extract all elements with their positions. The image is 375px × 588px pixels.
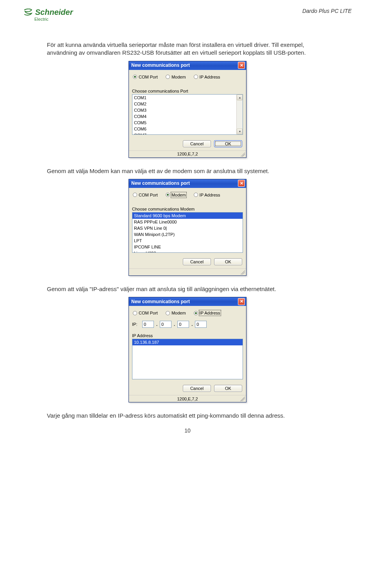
ok-button[interactable]: OK	[214, 140, 242, 147]
brand-subline: Electric	[34, 17, 73, 21]
resize-grip-icon	[240, 152, 245, 157]
list-item[interactable]: IPCONF LINE	[132, 244, 243, 250]
list-item[interactable]: COM3	[132, 107, 236, 113]
radio-label-modem: Modem	[171, 193, 186, 197]
radio-com-port[interactable]	[133, 193, 137, 197]
radio-label-com: COM Port	[139, 193, 158, 197]
radio-ip-address[interactable]	[194, 75, 198, 79]
brand-logo: Schneider Electric	[23, 8, 73, 21]
dialog-ip-address: New communications port ✕ COM Port Modem…	[129, 297, 246, 402]
radio-com-port[interactable]	[133, 311, 137, 315]
radio-label-ip: IP Address	[200, 75, 220, 79]
page-header: Schneider Electric Dardo Plus PC LITE	[23, 8, 352, 21]
radio-ip-address[interactable]	[194, 193, 198, 197]
ip-address-listbox[interactable]: 10.136.8.187	[132, 339, 243, 379]
close-icon[interactable]: ✕	[238, 180, 245, 187]
close-icon[interactable]: ✕	[238, 298, 245, 305]
list-item[interactable]: 10.136.8.187	[132, 339, 243, 345]
brand-name: Schneider	[35, 8, 73, 17]
com-port-listbox[interactable]: COM1 COM2 COM3 COM4 COM5 COM6 COM7 ▴ ▾	[132, 94, 243, 135]
document-title: Dardo Plus PC LITE	[302, 8, 352, 14]
radio-label-ip: IP Address	[200, 311, 220, 315]
list-item[interactable]: RAS VPN Line 0|	[132, 225, 243, 231]
paragraph-4: Varje gång man tilldelar en IP-adress kö…	[47, 412, 328, 420]
logo-icon	[23, 9, 33, 16]
radio-label-com: COM Port	[139, 311, 158, 315]
list-item[interactable]: COM4	[132, 113, 236, 120]
list-item[interactable]: RAS PPPoE Line0000	[132, 219, 243, 225]
port-type-radios: COM Port Modem IP Address	[132, 191, 243, 201]
list-item[interactable]: COM1	[132, 95, 236, 101]
radio-label-ip: IP Address	[200, 193, 220, 197]
dialog-com-port: New communications port ✕ COM Port Modem…	[129, 61, 246, 158]
scroll-down-icon[interactable]: ▾	[237, 129, 243, 134]
listbox-label: Choose communications Port	[132, 89, 243, 93]
scrollbar[interactable]: ▴ ▾	[236, 95, 243, 134]
dialog-title: New communications port	[131, 181, 190, 186]
close-icon[interactable]: ✕	[238, 62, 245, 69]
radio-modem[interactable]	[166, 193, 170, 197]
ip-octet-1[interactable]: 0	[142, 321, 154, 328]
cancel-button[interactable]: Cancel	[183, 385, 211, 392]
list-item[interactable]: WAN Miniport (L2TP)	[132, 231, 243, 238]
radio-ip-address[interactable]	[194, 311, 198, 315]
dialog-title: New communications port	[131, 63, 190, 68]
paragraph-2: Genom att välja Modem kan man välja ett …	[47, 167, 328, 175]
list-item[interactable]: COM2	[132, 101, 236, 107]
resize-grip-icon	[240, 270, 245, 275]
dialog-modem: New communications port ✕ COM Port Modem…	[129, 179, 246, 276]
radio-com-port[interactable]	[133, 75, 137, 79]
status-text: 1200,E,7,2	[177, 152, 198, 156]
ip-label: IP:	[132, 322, 140, 327]
radio-label-modem: Modem	[171, 75, 186, 79]
ok-button[interactable]: OK	[214, 258, 242, 265]
radio-modem[interactable]	[166, 75, 170, 79]
paragraph-3: Genom att välja "IP-adress" väljer man a…	[47, 285, 328, 293]
modem-listbox[interactable]: Standard 9600 bps Modem RAS PPPoE Line00…	[132, 212, 243, 253]
radio-label-modem: Modem	[171, 311, 186, 315]
ip-octet-2[interactable]: 0	[160, 321, 171, 328]
list-item[interactable]: Standard 9600 bps Modem	[132, 213, 243, 219]
ip-octet-3[interactable]: 0	[177, 321, 189, 328]
page-number: 10	[23, 427, 352, 434]
list-item[interactable]: COM7	[132, 132, 236, 135]
statusbar: 1200,E,7,2	[129, 395, 246, 402]
resize-grip-icon	[240, 397, 245, 401]
cancel-button[interactable]: Cancel	[183, 258, 211, 265]
list-item[interactable]: COM5	[132, 120, 236, 126]
listbox-label: Choose communications Modem	[132, 207, 243, 211]
dialog-title: New communications port	[131, 299, 190, 304]
list-item[interactable]: LPT	[132, 238, 243, 244]
titlebar: New communications port ✕	[129, 61, 246, 70]
port-type-radios: COM Port Modem IP Address	[132, 309, 243, 319]
scroll-up-icon[interactable]: ▴	[237, 95, 243, 100]
radio-modem[interactable]	[166, 311, 170, 315]
listbox-label: IP Address	[132, 333, 243, 338]
list-item[interactable]: COM6	[132, 126, 236, 132]
paragraph-1: För att kunna använda virtuella seriepor…	[47, 41, 328, 57]
status-text: 1200,E,7,2	[177, 397, 198, 401]
list-item[interactable]: Linea H323	[132, 250, 243, 253]
titlebar: New communications port ✕	[129, 297, 246, 306]
statusbar: 1200,E,7,2	[129, 150, 246, 157]
ip-octet-4[interactable]: 0	[195, 321, 207, 328]
port-type-radios: COM Port Modem IP Address	[132, 73, 243, 83]
radio-label-com: COM Port	[139, 75, 158, 79]
statusbar	[129, 268, 246, 275]
titlebar: New communications port ✕	[129, 179, 246, 188]
cancel-button[interactable]: Cancel	[183, 140, 211, 147]
ok-button[interactable]: OK	[214, 385, 242, 392]
